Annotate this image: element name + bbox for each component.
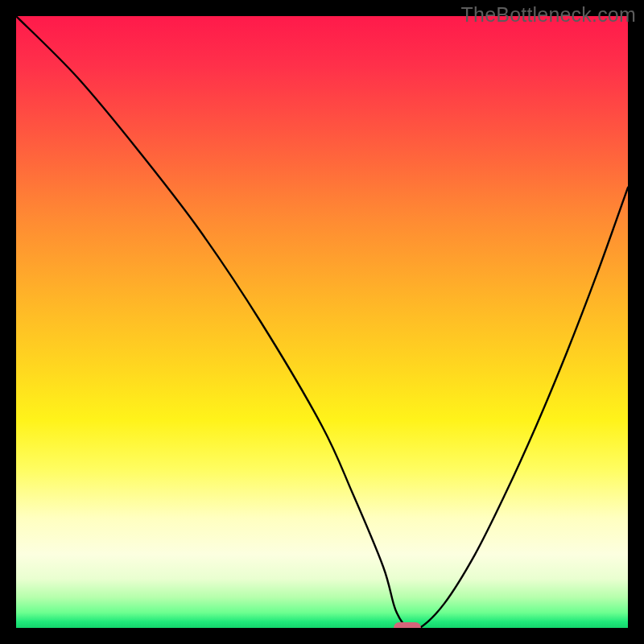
plot-area (16, 16, 628, 628)
curve-path (16, 16, 628, 628)
optimal-indicator (394, 622, 421, 628)
bottleneck-curve (16, 16, 628, 628)
watermark-text: TheBottleneck.com (461, 3, 636, 27)
chart-frame: TheBottleneck.com (0, 0, 644, 644)
